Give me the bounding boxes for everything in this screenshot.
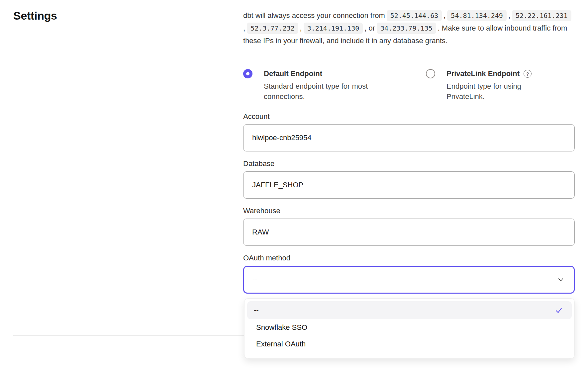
warehouse-input[interactable] xyxy=(243,219,575,246)
ip-address-chip: 34.233.79.135 xyxy=(377,23,436,34)
account-input[interactable] xyxy=(243,124,575,151)
oauth-method-selected-value: -- xyxy=(252,275,257,284)
ip-allowlist-notice: dbt will always access your connection f… xyxy=(243,9,575,47)
endpoint-type-radio-group: Default Endpoint Standard endpoint type … xyxy=(243,69,575,102)
endpoint-option-privatelink[interactable]: PrivateLink Endpoint ? Endpoint type for… xyxy=(426,69,532,102)
ip-address-chip: 52.3.77.232 xyxy=(247,23,298,34)
default-endpoint-label: Default Endpoint xyxy=(264,69,322,78)
check-icon xyxy=(554,306,563,315)
dropdown-option-none-label: -- xyxy=(254,306,259,315)
ip-address-chip: 3.214.191.130 xyxy=(304,23,363,34)
oauth-method-label: OAuth method xyxy=(243,254,575,262)
connection-settings-panel: dbt will always access your connection f… xyxy=(243,9,575,302)
page-title: Settings xyxy=(13,9,57,22)
warehouse-label: Warehouse xyxy=(243,207,575,215)
intro-separator: , xyxy=(243,24,245,32)
privatelink-endpoint-texts: PrivateLink Endpoint ? Endpoint type for… xyxy=(446,69,532,102)
account-field-group: Account xyxy=(243,112,575,151)
intro-prefix: dbt will always access your connection f… xyxy=(243,11,385,20)
dropdown-option-snowflake-sso[interactable]: Snowflake SSO xyxy=(247,319,572,336)
ip-address-chip: 54.81.134.249 xyxy=(447,10,507,21)
intro-separator: , xyxy=(443,11,445,20)
intro-separator: , xyxy=(300,24,302,32)
oauth-method-select[interactable]: -- xyxy=(243,266,575,294)
oauth-method-field-group: OAuth method -- -- Snowflake SSO xyxy=(243,254,575,294)
radio-default-endpoint[interactable] xyxy=(243,69,252,78)
account-label: Account xyxy=(243,112,575,121)
connection-fields: Account Database Warehouse OAuth method … xyxy=(243,112,575,294)
warehouse-field-group: Warehouse xyxy=(243,207,575,246)
database-label: Database xyxy=(243,159,575,168)
privatelink-endpoint-description: Endpoint type for using PrivateLink. xyxy=(446,81,531,102)
help-icon[interactable]: ? xyxy=(524,70,532,78)
chevron-down-icon xyxy=(557,276,564,283)
database-input[interactable] xyxy=(243,171,575,199)
radio-privatelink-endpoint[interactable] xyxy=(426,69,435,78)
intro-separator: , xyxy=(508,11,510,20)
ip-address-chip: 52.45.144.63 xyxy=(387,10,442,21)
dropdown-option-external-oauth[interactable]: External OAuth xyxy=(247,336,572,352)
privatelink-endpoint-label: PrivateLink Endpoint xyxy=(446,69,520,78)
ip-address-chip: 52.22.161.231 xyxy=(512,10,571,21)
oauth-method-dropdown-menu: -- Snowflake SSO External OAuth xyxy=(244,298,575,359)
oauth-method-select-wrap: -- -- Snowflake SSO External OAuth xyxy=(243,266,575,294)
default-endpoint-texts: Default Endpoint Standard endpoint type … xyxy=(264,69,382,102)
endpoint-option-default[interactable]: Default Endpoint Standard endpoint type … xyxy=(243,69,426,102)
default-endpoint-description: Standard endpoint type for most connecti… xyxy=(264,81,382,102)
dropdown-option-none[interactable]: -- xyxy=(247,301,572,319)
database-field-group: Database xyxy=(243,159,575,199)
intro-or-separator: , or xyxy=(364,24,375,32)
